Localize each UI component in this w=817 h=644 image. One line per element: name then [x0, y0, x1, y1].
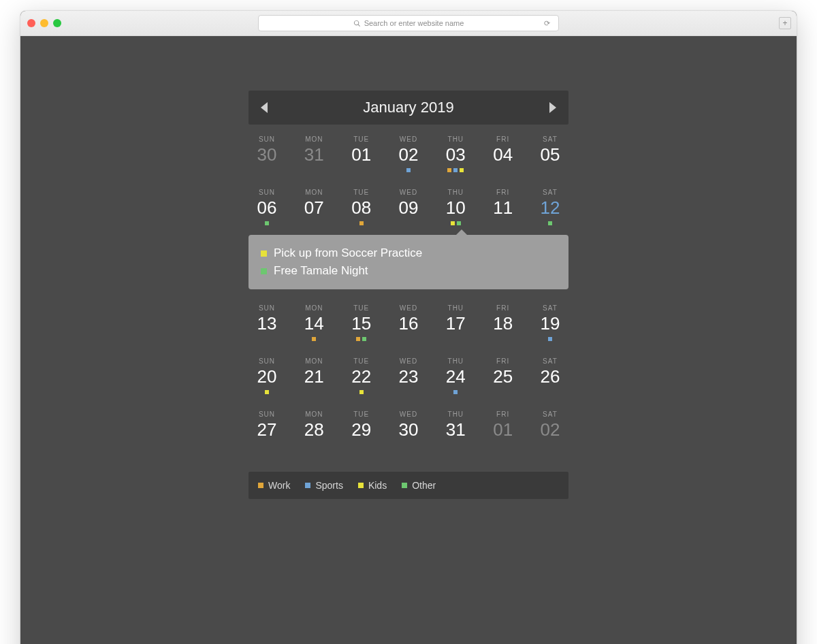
calendar-day[interactable]: MON21 [295, 357, 332, 394]
event-markers [343, 221, 380, 225]
legend-label: Sports [315, 480, 342, 491]
calendar-week: SUN13MON14TUE15WED16THU17FRI18SAT19 [249, 293, 568, 347]
next-month-button[interactable] [549, 102, 556, 113]
calendar-day[interactable]: SAT02 [532, 410, 568, 447]
event-markers [295, 337, 332, 341]
day-of-week-label: SAT [532, 189, 568, 196]
calendar-day[interactable]: WED16 [390, 304, 427, 341]
day-number: 23 [390, 366, 427, 387]
calendar-day[interactable]: SUN27 [249, 410, 285, 447]
event-markers [532, 443, 568, 447]
calendar-day[interactable]: FRI01 [485, 410, 522, 447]
calendar-day[interactable]: MON28 [295, 410, 332, 447]
minimize-icon[interactable] [40, 19, 48, 27]
day-of-week-label: SUN [249, 357, 285, 365]
event-markers [249, 390, 285, 394]
calendar-day[interactable]: WED02 [390, 135, 427, 172]
event-marker-sports [453, 390, 458, 394]
calendar-day[interactable]: WED30 [390, 410, 427, 447]
day-of-week-label: SUN [249, 189, 285, 196]
legend: WorkSportsKidsOther [249, 472, 568, 499]
day-number: 22 [343, 366, 380, 387]
day-of-week-label: THU [437, 189, 474, 196]
day-of-week-label: THU [437, 357, 474, 365]
day-number: 29 [343, 419, 380, 440]
calendar-day[interactable]: MON14 [295, 304, 332, 341]
legend-item-work: Work [258, 480, 290, 491]
calendar-day[interactable]: TUE15 [343, 304, 380, 341]
calendar-day[interactable]: SUN06 [249, 189, 285, 225]
event-markers [343, 168, 380, 172]
event-row[interactable]: Free Tamale Night [261, 262, 556, 280]
calendar-day[interactable]: FRI11 [485, 189, 522, 225]
event-marker-kids [460, 168, 464, 172]
day-number: 30 [390, 419, 427, 440]
new-tab-button[interactable]: + [779, 17, 791, 29]
event-markers [437, 168, 474, 172]
event-markers [485, 337, 522, 341]
calendar-day[interactable]: TUE29 [343, 410, 380, 447]
calendar-day[interactable]: WED09 [390, 189, 427, 225]
calendar-day[interactable]: TUE22 [343, 357, 380, 394]
calendar-day[interactable]: THU17 [437, 304, 474, 341]
calendar-day[interactable]: THU31 [437, 410, 474, 447]
prev-month-button[interactable] [261, 102, 268, 113]
event-popover: Pick up from Soccer PracticeFree Tamale … [249, 235, 568, 289]
address-bar[interactable]: Search or enter website name ⟳ [258, 15, 559, 31]
event-marker-other [457, 221, 461, 225]
event-markers [437, 443, 474, 447]
day-number: 13 [249, 313, 285, 334]
day-of-week-label: FRI [485, 410, 522, 418]
calendar-day[interactable]: SUN20 [249, 357, 285, 394]
event-markers [390, 168, 427, 172]
day-of-week-label: THU [437, 304, 474, 312]
day-of-week-label: MON [295, 135, 332, 143]
calendar-day[interactable]: SAT12 [532, 189, 568, 225]
calendar-day[interactable]: FRI25 [485, 357, 522, 394]
calendar-day[interactable]: THU03 [437, 135, 474, 172]
window-controls [27, 19, 61, 27]
event-markers [249, 443, 285, 447]
day-of-week-label: SAT [532, 357, 568, 365]
day-number: 07 [295, 197, 332, 219]
event-markers [532, 337, 568, 341]
close-icon[interactable] [27, 19, 35, 27]
legend-label: Other [412, 480, 436, 491]
day-number: 20 [249, 366, 285, 387]
event-markers [437, 390, 474, 394]
day-of-week-label: SUN [249, 410, 285, 418]
calendar-week: SUN30MON31TUE01WED02THU03FRI04SAT05 [249, 125, 568, 178]
calendar-day[interactable]: THU10 [437, 189, 474, 225]
day-number: 06 [249, 197, 285, 219]
day-number: 31 [295, 144, 332, 165]
day-of-week-label: WED [390, 189, 427, 196]
calendar-day[interactable]: SAT19 [532, 304, 568, 341]
calendar-day[interactable]: SAT26 [532, 357, 568, 394]
day-of-week-label: FRI [485, 189, 522, 196]
legend-item-sports: Sports [305, 480, 342, 491]
calendar-day[interactable]: MON07 [295, 189, 332, 225]
calendar-day[interactable]: TUE08 [343, 189, 380, 225]
legend-label: Kids [368, 480, 387, 491]
day-of-week-label: TUE [343, 357, 380, 365]
calendar-day[interactable]: FRI04 [485, 135, 522, 172]
zoom-icon[interactable] [53, 19, 61, 27]
calendar-day[interactable]: TUE01 [343, 135, 380, 172]
event-markers [343, 390, 380, 394]
legend-swatch [402, 483, 407, 488]
calendar-day[interactable]: MON31 [295, 135, 332, 172]
calendar-day[interactable]: SUN13 [249, 304, 285, 341]
event-markers [532, 390, 568, 394]
calendar-day[interactable]: SUN30 [249, 135, 285, 172]
legend-swatch [358, 483, 364, 488]
day-number: 04 [485, 144, 522, 165]
reload-icon[interactable]: ⟳ [544, 19, 550, 28]
day-number: 28 [295, 419, 332, 440]
calendar-day[interactable]: FRI18 [485, 304, 522, 341]
calendar-day[interactable]: THU24 [437, 357, 474, 394]
event-title: Pick up from Soccer Practice [274, 246, 422, 260]
calendar-day[interactable]: SAT05 [532, 135, 568, 172]
calendar-day[interactable]: WED23 [390, 357, 427, 394]
event-row[interactable]: Pick up from Soccer Practice [261, 244, 556, 262]
legend-swatch [305, 483, 310, 488]
